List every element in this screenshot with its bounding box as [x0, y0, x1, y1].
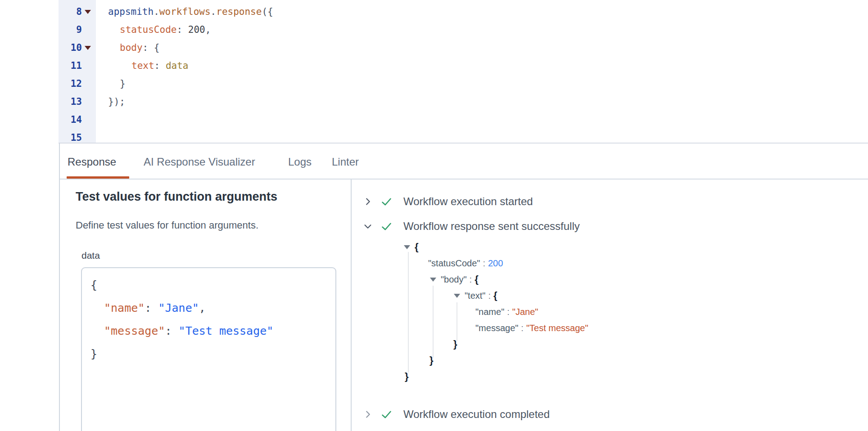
- tree-row: "text":{: [401, 287, 689, 304]
- chevron-right-icon[interactable]: [363, 197, 373, 207]
- code-token: body: [120, 42, 143, 53]
- line-number: 10: [59, 42, 82, 53]
- line-number: 9: [59, 24, 82, 35]
- tree-key: "name": [475, 304, 504, 320]
- success-check-icon: [380, 196, 393, 208]
- tree-row: "message":"Test message": [401, 320, 689, 336]
- code-token: });: [108, 96, 125, 107]
- execution-event-row: Workflow execution started: [363, 195, 533, 208]
- chevron-right-icon[interactable]: [363, 409, 373, 419]
- json-token: "Jane": [158, 301, 199, 314]
- line-number: 11: [59, 60, 82, 71]
- json-token: "message": [104, 324, 165, 337]
- code-line[interactable]: });: [108, 93, 868, 111]
- gutter-line: 11: [59, 57, 96, 75]
- gutter-line: 8: [59, 3, 96, 21]
- tree-key: "text": [465, 287, 485, 304]
- execution-event-row: Workflow execution completed: [363, 408, 550, 421]
- code-token: workflows: [159, 6, 211, 17]
- gutter-line: 10: [59, 39, 96, 57]
- data-field-line: "message": "Test message": [90, 319, 335, 342]
- gutter-line: 12: [59, 75, 96, 93]
- chevron-down-icon[interactable]: [363, 221, 373, 231]
- data-field-line: }: [90, 342, 335, 365]
- code-line[interactable]: }: [108, 75, 868, 93]
- editor-bottom-divider: [59, 143, 868, 144]
- tree-brace: {: [493, 287, 497, 304]
- editor-code[interactable]: appsmith.workflows.response({statusCode:…: [96, 0, 868, 143]
- collapse-triangle-icon[interactable]: [454, 294, 460, 298]
- tab-linter[interactable]: Linter: [332, 156, 359, 168]
- json-token: "name": [104, 301, 145, 314]
- line-number: 14: [59, 114, 82, 125]
- tree-brace: {: [475, 271, 479, 287]
- json-token: :: [145, 301, 158, 314]
- tab-response[interactable]: Response: [68, 156, 116, 168]
- tree-colon: :: [480, 255, 488, 271]
- line-number: 13: [59, 96, 82, 107]
- code-token: .: [211, 6, 217, 17]
- code-token: response: [216, 6, 262, 17]
- line-number: 8: [59, 6, 82, 17]
- json-token: ,: [199, 301, 206, 314]
- gutter-line: 14: [59, 111, 96, 129]
- tree-row: }: [401, 336, 689, 352]
- execution-event-row: Workflow response sent successfully: [363, 220, 580, 233]
- line-number: 12: [59, 78, 82, 89]
- tree-brace: }: [429, 352, 434, 368]
- fold-toggle[interactable]: [82, 10, 96, 14]
- tree-key: "statusCode": [428, 255, 480, 271]
- collapse-triangle-icon[interactable]: [404, 245, 410, 249]
- tab-ai-response-visualizer[interactable]: AI Response Visualizer: [144, 156, 255, 168]
- collapse-triangle-icon[interactable]: [430, 278, 436, 282]
- json-token: }: [90, 347, 97, 360]
- event-label: Workflow execution started: [403, 195, 533, 208]
- tree-brace: }: [405, 368, 409, 385]
- code-line[interactable]: appsmith.workflows.response({: [108, 3, 868, 21]
- data-field-editor[interactable]: {"name": "Jane","message": "Test message…: [81, 267, 336, 431]
- code-token: }: [120, 78, 126, 89]
- arguments-panel-title: Test values for function arguments: [76, 190, 277, 204]
- tree-value: 200: [488, 255, 503, 271]
- panel-left-border: [59, 143, 60, 431]
- tree-colon: :: [504, 304, 512, 320]
- gutter-line: 9: [59, 21, 96, 39]
- code-token: :: [176, 24, 188, 35]
- tree-row: "name":"Jane": [401, 304, 689, 320]
- tree-brace: }: [453, 336, 457, 352]
- tree-row: }: [401, 352, 689, 368]
- gutter-line: 15: [59, 129, 96, 143]
- line-number: 15: [59, 132, 82, 143]
- tree-colon: :: [485, 287, 493, 304]
- json-token: "Test message": [179, 324, 274, 337]
- tree-colon: :: [518, 320, 526, 336]
- code-token: text: [131, 60, 154, 71]
- json-token: :: [165, 324, 178, 337]
- tree-key: "body": [441, 271, 467, 287]
- workflow-editor-screen: 89101112131415 appsmith.workflows.respon…: [0, 0, 868, 431]
- tree-row: }: [401, 368, 689, 385]
- gutter-line: 13: [59, 93, 96, 111]
- code-line[interactable]: text: data: [108, 57, 868, 75]
- tree-key: "message": [475, 320, 518, 336]
- code-token: ,: [205, 24, 211, 35]
- tree-value: "Jane": [512, 304, 538, 320]
- panel-divider: [351, 180, 352, 431]
- code-token: appsmith: [108, 6, 154, 17]
- arguments-panel-subtitle: Define test values for function argument…: [76, 220, 258, 231]
- tabbar-bottom-border: [59, 179, 868, 180]
- code-token: ({: [262, 6, 273, 17]
- success-check-icon: [380, 220, 393, 233]
- code-token: statusCode: [120, 24, 176, 35]
- fold-toggle[interactable]: [82, 46, 96, 50]
- data-field-label: data: [81, 250, 100, 261]
- code-line[interactable]: statusCode: 200,: [108, 21, 868, 39]
- code-line[interactable]: body: {: [108, 39, 868, 57]
- success-check-icon: [380, 409, 393, 421]
- code-token: : {: [143, 42, 160, 53]
- tree-row: "body":{: [401, 271, 689, 287]
- code-line[interactable]: [108, 129, 868, 143]
- tree-value: "Test message": [526, 320, 588, 336]
- code-line[interactable]: [108, 111, 868, 129]
- tab-logs[interactable]: Logs: [288, 156, 312, 168]
